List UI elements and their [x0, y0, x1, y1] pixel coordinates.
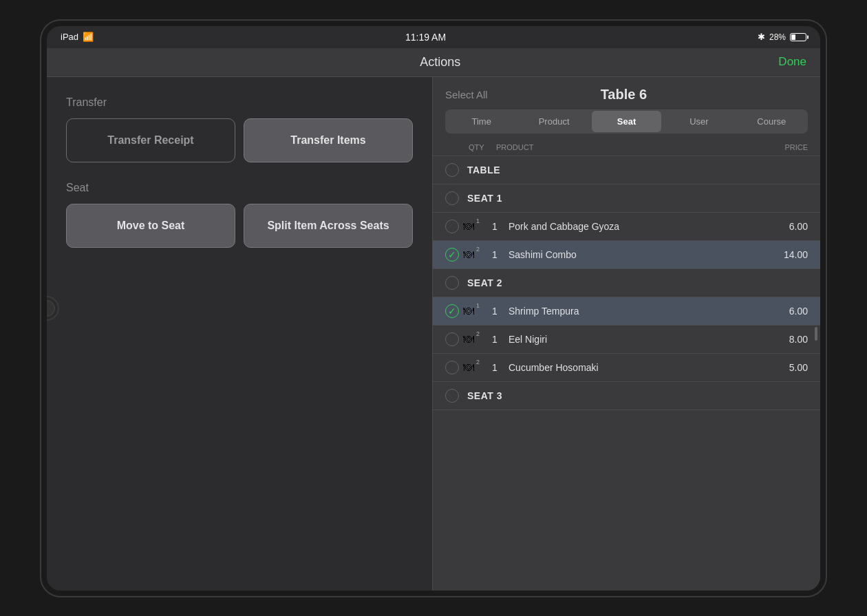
- seat-table-label: TABLE: [467, 164, 500, 176]
- tab-time[interactable]: Time: [447, 111, 516, 132]
- battery-percent: 28%: [769, 32, 786, 42]
- status-left: iPad 📶: [61, 32, 94, 42]
- item-name: Shrimp Tempura: [509, 306, 767, 317]
- item-name: Sashimi Combo: [509, 249, 767, 260]
- item-price: 6.00: [767, 306, 808, 317]
- item-qty: 1: [486, 221, 503, 232]
- tab-course[interactable]: Course: [737, 111, 806, 132]
- table-title: Table 6: [488, 87, 760, 103]
- list-item[interactable]: SEAT 1: [433, 184, 820, 213]
- dish-icon: 🍽: [463, 361, 474, 374]
- item-price: 5.00: [767, 362, 808, 373]
- seat2-label: SEAT 2: [467, 277, 502, 288]
- item-icon-wrap: 🍽 1: [463, 220, 474, 233]
- list-item[interactable]: 🍽 2 1 Cucumber Hosomaki 5.00: [433, 354, 820, 382]
- list-item[interactable]: SEAT 3: [433, 382, 820, 410]
- item-price: 14.00: [767, 249, 808, 260]
- dish-icon: 🍽: [463, 248, 474, 261]
- item-qty: 1: [486, 249, 503, 260]
- status-bar: iPad 📶 11:19 AM ✱ 28%: [47, 26, 820, 48]
- list-item[interactable]: 🍽 1 1 Pork and Cabbage Gyoza 6.00: [433, 213, 820, 241]
- radio-table[interactable]: [445, 163, 459, 177]
- radio-item-eel[interactable]: [445, 332, 459, 346]
- select-all-button[interactable]: Select All: [445, 89, 488, 100]
- right-panel: Select All Table 6 Time Product Seat Use…: [432, 77, 820, 591]
- radio-item-shrimp[interactable]: ✓: [445, 304, 459, 318]
- radio-item-sashimi[interactable]: ✓: [445, 248, 459, 262]
- status-right: ✱ 28%: [758, 32, 806, 42]
- app-header: Actions Done: [47, 48, 820, 77]
- radio-seat3[interactable]: [445, 389, 459, 403]
- page-title: Actions: [102, 55, 778, 70]
- items-list: TABLE SEAT 1 🍽 1 1 Pork and Cabbage Gyoz…: [433, 156, 820, 591]
- battery-icon: [790, 33, 806, 41]
- transfer-items-button[interactable]: Transfer Items: [244, 118, 413, 162]
- item-qty: 1: [486, 334, 503, 345]
- tab-bar: Time Product Seat User Course: [445, 109, 808, 134]
- move-to-seat-button[interactable]: Move to Seat: [66, 204, 235, 248]
- list-item[interactable]: ✓ 🍽 1 1 Shrimp Tempura 6.00: [433, 297, 820, 326]
- seat1-label: SEAT 1: [467, 193, 502, 204]
- seat-button-row: Move to Seat Split Item Across Seats: [66, 204, 413, 248]
- right-panel-header: Select All Table 6: [433, 77, 820, 109]
- dish-icon: 🍽: [463, 305, 474, 317]
- list-item[interactable]: ✓ 🍽 2 1 Sashimi Combo 14.00: [433, 241, 820, 269]
- item-icon-wrap: 🍽 2: [463, 333, 474, 346]
- wifi-icon: 📶: [83, 32, 94, 42]
- transfer-section-label: Transfer: [66, 96, 413, 109]
- column-headers: QTY PRODUCT PRICE: [433, 140, 820, 156]
- left-panel: Transfer Transfer Receipt Transfer Items…: [47, 77, 432, 591]
- ipad-frame: iPad 📶 11:19 AM ✱ 28% Actions Done Trans…: [41, 21, 826, 596]
- item-name: Pork and Cabbage Gyoza: [509, 221, 767, 232]
- item-icon-wrap: 🍽 1: [463, 305, 474, 317]
- transfer-receipt-button[interactable]: Transfer Receipt: [66, 118, 235, 162]
- item-price: 8.00: [767, 334, 808, 345]
- device-name: iPad: [61, 32, 78, 42]
- item-qty: 1: [486, 306, 503, 317]
- transfer-button-row: Transfer Receipt Transfer Items: [66, 118, 413, 162]
- dish-icon: 🍽: [463, 220, 474, 233]
- seat3-label: SEAT 3: [467, 390, 502, 401]
- tab-user[interactable]: User: [664, 111, 734, 132]
- item-price: 6.00: [767, 221, 808, 232]
- split-item-button[interactable]: Split Item Across Seats: [244, 204, 413, 248]
- radio-seat2[interactable]: [445, 276, 459, 290]
- item-qty: 1: [486, 362, 503, 373]
- item-icon-wrap: 🍽 2: [463, 361, 474, 374]
- col-price-header: PRICE: [767, 143, 808, 151]
- col-product-header: PRODUCT: [496, 143, 767, 151]
- radio-item-gyoza[interactable]: [445, 220, 459, 233]
- list-item[interactable]: 🍽 2 1 Eel Nigiri 8.00: [433, 326, 820, 354]
- list-item[interactable]: SEAT 2: [433, 269, 820, 297]
- item-name: Cucumber Hosomaki: [509, 362, 767, 373]
- radio-item-cucumber[interactable]: [445, 361, 459, 374]
- col-qty-header: QTY: [469, 143, 496, 151]
- main-content: Transfer Transfer Receipt Transfer Items…: [47, 77, 820, 591]
- radio-seat1[interactable]: [445, 191, 459, 205]
- done-button[interactable]: Done: [778, 55, 806, 69]
- list-item[interactable]: TABLE: [433, 156, 820, 184]
- dish-icon: 🍽: [463, 333, 474, 346]
- status-time: 11:19 AM: [405, 32, 446, 43]
- tab-seat[interactable]: Seat: [592, 111, 661, 132]
- bluetooth-icon: ✱: [758, 32, 765, 42]
- item-name: Eel Nigiri: [509, 334, 767, 345]
- tab-product[interactable]: Product: [519, 111, 588, 132]
- item-icon-wrap: 🍽 2: [463, 248, 474, 261]
- scroll-indicator: [815, 327, 817, 341]
- seat-section-label: Seat: [66, 182, 413, 194]
